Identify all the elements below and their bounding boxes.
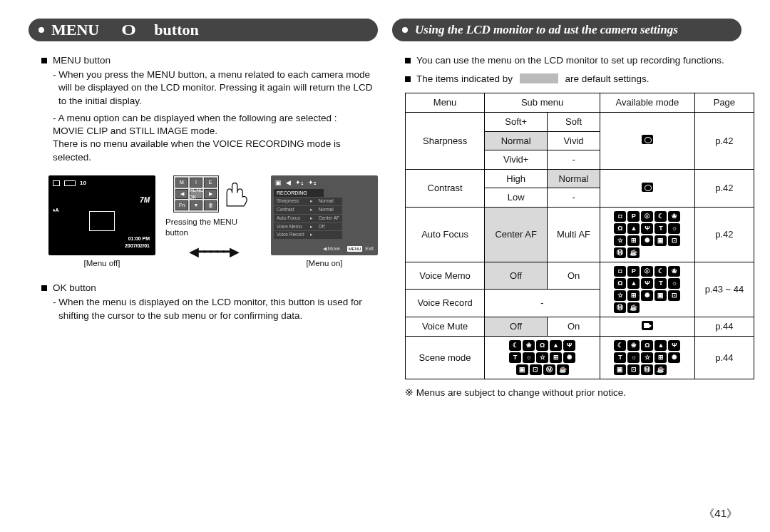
lcd-date: 2007/02/01 (125, 242, 150, 249)
contrast-low: Low (485, 188, 548, 208)
lcd2-exit: Exit (365, 246, 374, 251)
lcd2-move: Move (328, 246, 340, 251)
lcd2-menu-chip: MENU (347, 246, 363, 252)
lcd-flash-icon: ♦A (53, 207, 59, 213)
af-center: Center AF (485, 207, 548, 262)
settings-table: Menu Sub menu Available mode Page Sharpn… (405, 93, 754, 379)
th-submenu: Sub menu (485, 93, 600, 113)
section-header-right: Using the LCD monitor to ad ust the came… (392, 19, 741, 41)
menu-contrast: Contrast (406, 169, 485, 207)
header-dot-icon (402, 27, 408, 33)
hand-icon (220, 180, 253, 213)
header-left-o: O (122, 19, 137, 41)
lcd-count: 10 (80, 180, 86, 188)
menu-autofocus: Auto Focus (406, 207, 485, 262)
contrast-normal: Normal (548, 169, 600, 188)
scene-page: p.44 (694, 337, 754, 379)
menu-voicemute: Voice Mute (406, 317, 485, 336)
square-bullet-icon (41, 58, 47, 63)
sharpness-dash: - (548, 150, 600, 170)
contrast-page: p.42 (694, 169, 754, 207)
scene-submenu-icons: ☾❀Ω▲Ψ T☼☆⊞✺ ▣⊡Ⓜ☕ (485, 337, 600, 379)
mute-mode (600, 317, 694, 336)
header-left-a: MENU (51, 21, 99, 39)
lcd2-camera-icon: ▣ (275, 178, 282, 187)
sharpness-normal: Normal (485, 131, 548, 150)
camera-icon (642, 135, 653, 144)
menu-button-para-2a: - A menu option can be displayed when th… (53, 112, 378, 125)
sharpness-soft: Soft (548, 112, 600, 131)
voice-mode: ◘P⦾☾❀ Ω▲ΨT☼ ☆⊞✺▣⊡ Ⓜ☕ (600, 262, 694, 317)
default-swatch-icon (520, 73, 558, 83)
header-left-c: button (154, 21, 198, 39)
square-bullet-icon (405, 76, 411, 82)
lcd-menu-off: 10 7M ♦A 01:00 PM 2007/02/01 (48, 175, 155, 255)
sharpness-vivid: Vivid (548, 131, 600, 150)
contrast-mode (600, 169, 694, 207)
voice-page: p.43 ~ 44 (694, 262, 754, 317)
caption-menu-on: [Menu on] (271, 258, 378, 270)
right-intro-2b: are default settings. (565, 73, 650, 84)
square-bullet-icon (41, 285, 47, 291)
sharpness-mode (600, 112, 694, 169)
movie-icon (642, 321, 653, 330)
af-multi: Multi AF (548, 207, 600, 262)
af-page: p.42 (694, 207, 754, 262)
caption-menu-off: [Menu off] (48, 258, 155, 270)
button-grid-icon: M!E ◀MENUOK▶ Fn▼🗑 (173, 175, 219, 213)
contrast-high: High (485, 169, 548, 188)
lcd2-sound-icon: ◀ (286, 178, 291, 187)
menu-button-para-2b: MOVIE CLIP and STILL IMAGE mode. (53, 125, 378, 138)
illustration-row: 10 7M ♦A 01:00 PM 2007/02/01 [Menu off] … (48, 175, 378, 270)
mute-off: Off (485, 317, 548, 336)
sharpness-softplus: Soft+ (485, 112, 548, 131)
ok-button-para: - When the menu is displayed on the LCD … (53, 296, 378, 322)
lcd-focus-frame (89, 211, 115, 231)
lcd-size-icon: 7M (140, 195, 150, 205)
lcd-time: 01:00 PM (128, 235, 150, 242)
menu-button-heading: MENU button (53, 54, 111, 67)
scene-mode-icons: ☾❀Ω▲Ψ T☼☆⊞✺ ▣⊡Ⓜ☕ (600, 337, 694, 379)
menu-scene: Scene mode (406, 337, 485, 379)
section-header-left: MENU O button (29, 19, 378, 41)
right-intro-2a: The items indicated by (416, 73, 513, 84)
press-menu-label: Pressing the MENU button (165, 217, 261, 239)
sharpness-vividplus: Vivid+ (485, 150, 548, 170)
ok-button-heading: OK button (53, 282, 96, 295)
th-page: Page (694, 93, 754, 113)
menu-voicerecord: Voice Record (406, 290, 485, 317)
right-intro-1: You can use the menu on the LCD monitor … (416, 54, 724, 67)
table-footnote: ※ Menus are subject to change without pr… (405, 387, 741, 399)
th-menu: Menu (406, 93, 485, 113)
th-mode: Available mode (600, 93, 694, 113)
contrast-dash: - (548, 188, 600, 208)
af-mode: ◘P⦾☾❀ Ω▲ΨT☼ ☆⊞✺▣⊡ Ⓜ☕ (600, 207, 694, 262)
page-number: 《41》 (704, 506, 737, 521)
vm-on: On (548, 262, 600, 290)
vr-dash: - (485, 290, 600, 317)
menu-button-para-2c: There is no menu available when the VOIC… (53, 138, 378, 163)
mute-on: On (548, 317, 600, 336)
header-right-title: Using the LCD monitor to ad ust the came… (415, 22, 678, 39)
camera-icon (642, 183, 653, 192)
lcd2-menu-table: Sharpness▸Normal Contrast▸Normal Auto Fo… (274, 198, 342, 240)
header-dot-icon (38, 27, 44, 33)
lcd2-recording-head: RECORDING (274, 189, 324, 197)
menu-voicememo: Voice Memo (406, 262, 485, 290)
menu-button-para-1: - When you press the MENU button, a menu… (53, 68, 378, 108)
mute-page: p.44 (694, 317, 754, 336)
vm-off: Off (485, 262, 548, 290)
sharpness-page: p.42 (694, 112, 754, 169)
lcd-menu-on: ▣ ◀ ✦₁✦₂ RECORDING Sharpness▸Normal Cont… (271, 175, 378, 255)
menu-sharpness: Sharpness (406, 112, 485, 169)
double-arrow-icon: ◀━━━━━▶ (189, 243, 238, 260)
square-bullet-icon (405, 58, 411, 63)
hand-pressing-illustration: M!E ◀MENUOK▶ Fn▼🗑 (173, 175, 253, 213)
